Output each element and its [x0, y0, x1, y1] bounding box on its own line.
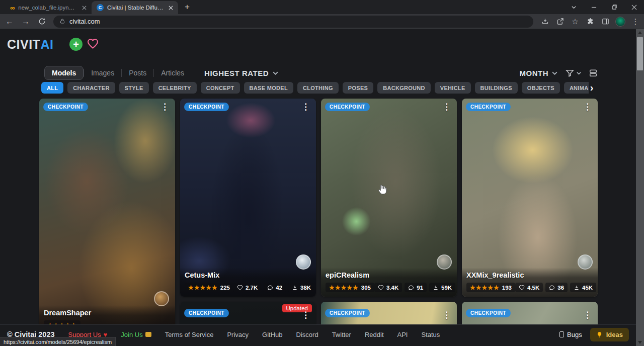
card-menu-icon[interactable]: ⋮ — [299, 102, 312, 112]
category-chip-poses[interactable]: POSES — [343, 82, 373, 94]
period-dropdown[interactable]: MONTH — [520, 69, 558, 77]
side-panel-icon[interactable] — [599, 15, 612, 28]
footer-link-twitter[interactable]: Twitter — [332, 331, 351, 338]
model-card-image — [39, 99, 175, 324]
category-chip-character[interactable]: CHARACTER — [67, 82, 115, 94]
checkpoint-badge: CHECKPOINT — [325, 309, 370, 317]
category-chip-vehicle[interactable]: VEHICLE — [435, 82, 471, 94]
likes-count: 4.5K — [527, 285, 539, 291]
ideas-button[interactable]: Ideas — [590, 328, 629, 341]
rating-pill[interactable]: ★★★★★ 193 — [466, 283, 515, 292]
bugs-button[interactable]: Bugs — [559, 331, 582, 338]
model-card-partial[interactable]: CHECKPOINT ⋮ — [321, 302, 457, 324]
footer-link-status[interactable]: Status — [421, 331, 440, 338]
model-card-partial[interactable]: CHECKPOINT ⋮ — [462, 302, 598, 324]
model-card-epicrealism[interactable]: CHECKPOINT ⋮ epiCRealism ★★★★★ 305 3.4K — [321, 99, 457, 297]
card-menu-icon[interactable]: ⋮ — [440, 310, 453, 320]
category-chip-concept[interactable]: CONCEPT — [201, 82, 240, 94]
scrollbar-down-arrow[interactable] — [638, 341, 642, 344]
likes-pill[interactable]: 3.4K — [374, 283, 402, 292]
upload-plus-button[interactable]: + — [69, 38, 83, 51]
model-stats: ★★★★★ — [44, 320, 171, 324]
content-nav-row: Models Images Posts Articles HIGHEST RAT… — [44, 65, 598, 80]
forward-button[interactable]: → — [19, 15, 32, 28]
likes-pill[interactable]: 2.7K — [233, 283, 261, 292]
category-chip-all[interactable]: ALL — [41, 82, 63, 94]
footer-link-reddit[interactable]: Reddit — [365, 331, 384, 338]
footer-link-api[interactable]: API — [397, 331, 408, 338]
checkpoint-badge: CHECKPOINT — [43, 103, 88, 111]
tab-posts[interactable]: Posts — [122, 66, 153, 79]
close-button[interactable] — [624, 0, 644, 14]
minimize-button[interactable] — [584, 0, 604, 14]
category-chip-base-model[interactable]: BASE MODEL — [244, 82, 293, 94]
tab-close-icon[interactable] — [80, 4, 88, 11]
civitai-logo[interactable]: CIVITAI — [7, 37, 53, 52]
footer-link-discord[interactable]: Discord — [296, 331, 318, 338]
card-menu-icon[interactable]: ⋮ — [581, 102, 594, 112]
bookmark-star-icon[interactable]: ☆ — [569, 15, 582, 28]
model-card-xxmix9realistic[interactable]: CHECKPOINT ⋮ XXMix_9realistic ★★★★★ 193 … — [462, 99, 598, 297]
footer-link-join-us[interactable]: Join Us — [121, 331, 151, 338]
model-card-dreamshaper[interactable]: CHECKPOINT ⋮ DreamShaper ★★★★★ — [39, 99, 175, 324]
comments-pill[interactable]: 42 — [264, 283, 286, 292]
scrollbar-up-arrow[interactable] — [638, 31, 642, 34]
browser-tab-colab[interactable]: ∞ new_colab_file.ipynb - Colaborat — [5, 1, 92, 14]
creator-avatar[interactable] — [154, 291, 169, 306]
rating-pill[interactable]: ★★★★★ — [44, 320, 80, 324]
browser-tab-civitai[interactable]: C Civitai | Stable Diffusion models, — [92, 1, 178, 14]
share-icon[interactable] — [553, 15, 567, 28]
tab-images[interactable]: Images — [84, 66, 121, 79]
rating-pill[interactable]: ★★★★★ 305 — [326, 283, 374, 292]
chips-scroll-right-icon[interactable]: › — [588, 82, 596, 94]
footer-link-terms[interactable]: Terms of Service — [165, 331, 214, 338]
rating-pill[interactable]: ★★★★★ 225 — [185, 283, 233, 292]
category-chip-animal[interactable]: ANIMAL — [564, 82, 589, 94]
card-menu-icon[interactable]: ⋮ — [158, 102, 171, 112]
extensions-puzzle-icon[interactable] — [584, 15, 597, 28]
model-stats: ★★★★★ 193 4.5K 36 — [466, 283, 593, 292]
page-scrollbar[interactable] — [636, 29, 644, 346]
card-menu-icon[interactable]: ⋮ — [581, 310, 594, 320]
new-tab-button[interactable]: + — [181, 1, 193, 13]
model-card-grid-row1: CHECKPOINT ⋮ DreamShaper ★★★★★ CHECKPOIN… — [39, 99, 598, 324]
layout-toggle-icon[interactable] — [589, 68, 598, 77]
category-chip-background[interactable]: BACKGROUND — [377, 82, 431, 94]
tab-close-icon[interactable] — [167, 4, 174, 11]
model-card-partial[interactable]: Updated CHECKPOINT ⋮ — [180, 302, 316, 324]
tab-models[interactable]: Models — [44, 66, 84, 80]
comments-pill[interactable]: 91 — [405, 283, 427, 292]
reload-button[interactable] — [35, 15, 48, 28]
filter-dropdown[interactable] — [565, 68, 582, 78]
category-chip-objects[interactable]: OBJECTS — [522, 82, 560, 94]
category-chip-clothing[interactable]: CLOTHING — [297, 82, 339, 94]
downloads-pill[interactable]: 45K — [570, 283, 596, 292]
support-heart-icon[interactable] — [87, 38, 99, 50]
footer-link-privacy[interactable]: Privacy — [227, 331, 249, 338]
download-page-icon[interactable] — [538, 15, 551, 28]
logo-text-ai: AI — [40, 37, 53, 52]
downloads-count: 45K — [582, 285, 593, 291]
likes-pill[interactable]: 4.5K — [515, 283, 543, 292]
downloads-pill[interactable]: 59K — [429, 283, 455, 292]
model-card-cetus-mix[interactable]: CHECKPOINT ⋮ Cetus-Mix ★★★★★ 225 2.7K — [180, 99, 316, 297]
sort-dropdown[interactable]: HIGHEST RATED — [204, 69, 279, 77]
category-chip-buildings[interactable]: BUILDINGS — [475, 82, 518, 94]
restore-button[interactable] — [604, 0, 624, 14]
tab-articles[interactable]: Articles — [154, 66, 191, 79]
tab-search-icon[interactable] — [564, 0, 584, 14]
footer-link-github[interactable]: GitHub — [262, 331, 282, 338]
comments-pill[interactable]: 36 — [545, 283, 568, 292]
browser-menu-icon[interactable]: ⋮ — [629, 15, 642, 28]
category-chip-celebrity[interactable]: CELEBRITY — [153, 82, 197, 94]
card-menu-icon[interactable]: ⋮ — [299, 310, 312, 320]
downloads-pill[interactable]: 38K — [288, 283, 314, 292]
category-chip-style[interactable]: STYLE — [119, 82, 149, 94]
address-bar[interactable]: civitai.com — [53, 16, 533, 28]
profile-avatar[interactable] — [614, 15, 627, 28]
star-icons: ★★★★★ — [329, 285, 359, 291]
back-button[interactable]: ← — [3, 15, 16, 28]
scrollbar-thumb[interactable] — [637, 37, 643, 70]
model-card-image — [180, 99, 316, 297]
card-menu-icon[interactable]: ⋮ — [440, 102, 453, 112]
